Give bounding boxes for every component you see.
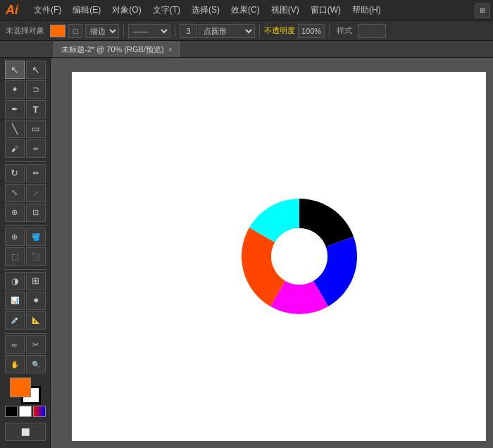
tab-title: 未标题-2* @ 70% (RGB/预览) bbox=[61, 44, 164, 55]
pencil-tool[interactable]: ✏ bbox=[26, 139, 46, 158]
donut-chart bbox=[229, 186, 370, 327]
toolbar-fill-color[interactable] bbox=[50, 25, 65, 37]
toolbar: 未选择对象 ▢ 描边 —— 点圆形 不透明度 样式 bbox=[0, 21, 493, 41]
menu-window[interactable]: 窗口(W) bbox=[305, 1, 347, 19]
perspective-select[interactable]: ⬛ bbox=[26, 247, 46, 266]
tool-sep-3 bbox=[4, 269, 46, 270]
pen-tool[interactable]: ✒ bbox=[5, 100, 25, 118]
main-area: ↖ ↗ ✦ ⊃ ✒ T ╲ ▭ 🖌 ✏ ↻ ⇔ ⤡ ⟋ ⊛ ⊡ bbox=[0, 58, 493, 448]
tool-row-chart: 📊 ✸ bbox=[5, 292, 46, 310]
canvas-paper bbox=[72, 72, 486, 441]
tab-bar: 未标题-2* @ 70% (RGB/预览) × bbox=[0, 41, 493, 58]
zoom-tool[interactable]: 🔍 bbox=[26, 355, 46, 373]
tool-row-scale: ⤡ ⟋ bbox=[5, 184, 46, 202]
menu-effect[interactable]: 效果(C) bbox=[225, 1, 266, 19]
shear-tool[interactable]: ⟋ bbox=[26, 184, 46, 202]
fill-stroke-swatches bbox=[10, 378, 41, 404]
stroke-width-input[interactable] bbox=[180, 24, 197, 38]
warp-tool[interactable]: ⊛ bbox=[5, 204, 25, 222]
menu-bar: Ai 文件(F) 编辑(E) 对象(O) 文字(T) 选择(S) 效果(C) 视… bbox=[0, 0, 493, 21]
scale-tool[interactable]: ⤡ bbox=[5, 184, 25, 202]
selection-tool[interactable]: ↖ bbox=[5, 61, 25, 79]
bottom-tools: ⬜ bbox=[5, 420, 46, 445]
direct-selection-tool[interactable]: ↗ bbox=[26, 61, 46, 79]
mesh-tool[interactable]: ⊞ bbox=[26, 272, 46, 290]
status-label: 未选择对象 bbox=[3, 25, 47, 36]
left-toolbar: ↖ ↗ ✦ ⊃ ✒ T ╲ ▭ 🖌 ✏ ↻ ⇔ ⤡ ⟋ ⊛ ⊡ bbox=[0, 58, 51, 448]
separator-2 bbox=[175, 25, 175, 37]
tool-row-eyedrop: 💉 📐 bbox=[5, 311, 46, 330]
toolbar-stroke-swatch[interactable]: ▢ bbox=[68, 24, 82, 38]
measure-tool[interactable]: 📐 bbox=[26, 311, 46, 330]
symbol-sprayer[interactable]: ✸ bbox=[26, 292, 46, 310]
stroke-dropdown[interactable]: 描边 bbox=[85, 24, 119, 38]
app-logo: Ai bbox=[3, 3, 21, 18]
gradient-tool[interactable]: ◑ bbox=[5, 272, 25, 290]
menu-view[interactable]: 视图(V) bbox=[266, 1, 305, 19]
shape-builder-tool[interactable]: ⊕ bbox=[5, 228, 25, 246]
eyedropper-tool[interactable]: 💉 bbox=[5, 311, 25, 330]
menu-text[interactable]: 文字(T) bbox=[147, 1, 186, 19]
lasso-tool[interactable]: ⊃ bbox=[26, 80, 46, 99]
document-tab[interactable]: 未标题-2* @ 70% (RGB/预览) × bbox=[54, 42, 180, 57]
separator-3 bbox=[259, 25, 260, 37]
scissors-tool[interactable]: ✂ bbox=[26, 335, 46, 354]
hand-tool[interactable]: ✋ bbox=[5, 355, 25, 373]
tool-row-pen: ✒ T bbox=[5, 100, 46, 118]
tool-row-blend: ∞ ✂ bbox=[5, 335, 46, 354]
opacity-input[interactable] bbox=[298, 24, 325, 38]
line-tool[interactable]: ╲ bbox=[5, 120, 25, 138]
tool-row-gradient: ◑ ⊞ bbox=[5, 272, 46, 290]
text-tool[interactable]: T bbox=[26, 100, 46, 118]
mirror-tool[interactable]: ⇔ bbox=[26, 164, 46, 182]
canvas-area[interactable] bbox=[51, 58, 493, 448]
live-paint-tool[interactable]: 🪣 bbox=[26, 228, 46, 246]
rotate-tool[interactable]: ↻ bbox=[5, 164, 25, 182]
tool-row-shape: ⊕ 🪣 bbox=[5, 228, 46, 246]
brush-preset-dropdown[interactable]: 点圆形 bbox=[199, 24, 255, 38]
tool-row-hand: ✋ 🔍 bbox=[5, 355, 46, 373]
fill-swatch[interactable] bbox=[10, 378, 31, 397]
menu-object[interactable]: 对象(O) bbox=[106, 1, 146, 19]
magic-wand-tool[interactable]: ✦ bbox=[5, 80, 25, 99]
stroke-style-dropdown[interactable]: —— bbox=[128, 24, 170, 38]
perspective-grid-tool[interactable]: ⬚ bbox=[5, 247, 25, 266]
gradient-swatch[interactable] bbox=[33, 406, 46, 417]
separator-1 bbox=[123, 25, 124, 37]
chart-tool[interactable]: 📊 bbox=[5, 292, 25, 310]
opacity-label: 不透明度 bbox=[264, 25, 295, 36]
none-swatch[interactable] bbox=[5, 406, 18, 417]
tool-row-wand: ✦ ⊃ bbox=[5, 80, 46, 99]
free-transform-tool[interactable]: ⊡ bbox=[26, 204, 46, 222]
tool-row-warp2: ⊛ ⊡ bbox=[5, 204, 46, 222]
tool-row-screen: ⬜ bbox=[5, 423, 46, 441]
brush-tool[interactable]: 🖌 bbox=[5, 139, 25, 158]
blend-tool[interactable]: ∞ bbox=[5, 335, 25, 354]
style-label: 样式 bbox=[334, 25, 355, 36]
color-swatches bbox=[2, 375, 49, 420]
white-swatch[interactable] bbox=[19, 406, 32, 417]
draw-inside-button[interactable]: ⬜ bbox=[5, 423, 46, 441]
rect-tool[interactable]: ▭ bbox=[26, 120, 46, 138]
menu-help[interactable]: 帮助(H) bbox=[347, 1, 387, 19]
tool-sep-4 bbox=[4, 333, 46, 334]
tool-row-line: ╲ ▭ bbox=[5, 120, 46, 138]
tool-sep-1 bbox=[4, 161, 46, 162]
tool-row-rotate: ↻ ⇔ bbox=[5, 164, 46, 182]
menu-edit[interactable]: 编辑(E) bbox=[67, 1, 106, 19]
separator-4 bbox=[329, 25, 330, 37]
donut-hole bbox=[271, 228, 327, 285]
tool-row-brush: 🖌 ✏ bbox=[5, 139, 46, 158]
tool-row-persp: ⬚ ⬛ bbox=[5, 247, 46, 266]
style-preview[interactable] bbox=[358, 24, 386, 38]
tab-close-button[interactable]: × bbox=[168, 46, 173, 54]
tool-row-select: ↖ ↗ bbox=[5, 61, 46, 79]
tool-sep-2 bbox=[4, 225, 46, 226]
menu-select[interactable]: 选择(S) bbox=[186, 1, 225, 19]
menu-file[interactable]: 文件(F) bbox=[28, 1, 67, 19]
workspace-switcher[interactable]: ⊞ bbox=[475, 4, 490, 18]
quick-color-row bbox=[5, 406, 46, 417]
